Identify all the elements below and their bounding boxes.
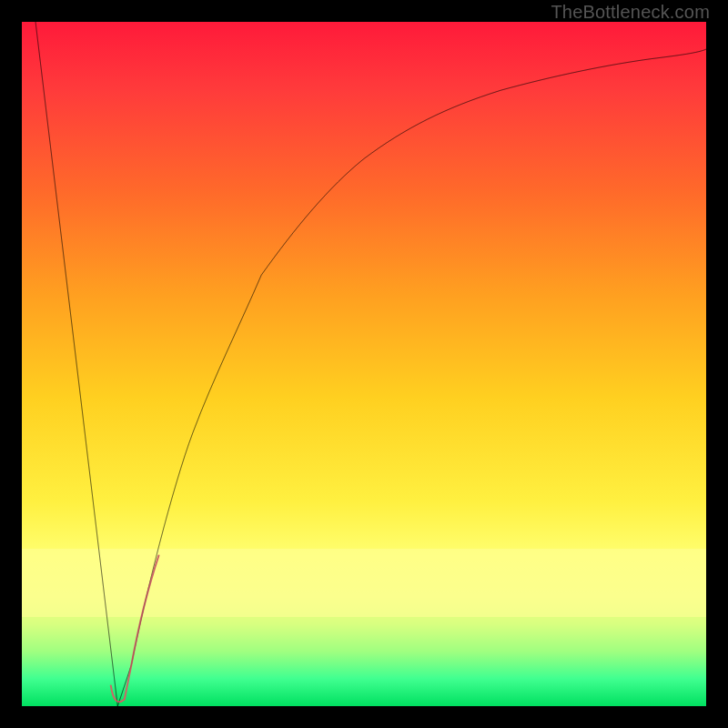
chart-frame: TheBottleneck.com bbox=[0, 0, 728, 728]
highlight-band bbox=[22, 549, 706, 617]
attribution-label: TheBottleneck.com bbox=[551, 2, 710, 23]
